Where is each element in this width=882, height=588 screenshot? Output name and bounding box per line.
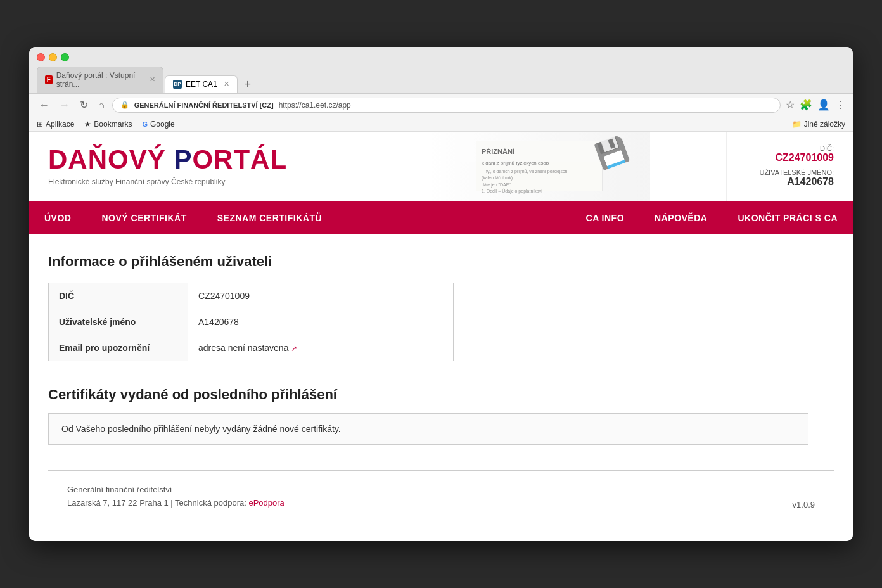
logo-text-part3: ORTÁL	[192, 144, 287, 174]
doc-line2: (kalendářní rok)	[482, 175, 597, 182]
maximize-button[interactable]	[61, 53, 69, 61]
bookmark-bookmarks[interactable]: ★ Bookmarks	[84, 120, 132, 129]
header-document-image: PŘIZNÁNÍ k dani z příjmů fyzických osob …	[428, 132, 650, 201]
nav-novy-certifikat[interactable]: NOVÝ CERTIFIKÁT	[86, 201, 201, 234]
user-dic-value: CZ24701009	[746, 152, 834, 163]
new-tab-button[interactable]: +	[239, 77, 257, 93]
doc-line3: dále jen "DAP"	[482, 182, 597, 189]
grid-icon: ⊞	[37, 120, 43, 129]
address-bar[interactable]: 🔒 GENERÁLNÍ FINANČNÍ ŘEDITELSTVÍ [CZ] ht…	[112, 98, 781, 113]
nav-spacer	[337, 201, 570, 234]
google-icon: G	[142, 120, 148, 128]
bookmark-google[interactable]: G Google	[142, 120, 174, 129]
menu-icon[interactable]: ⋮	[835, 99, 845, 111]
logo-text-part2: P	[174, 144, 192, 174]
document-decoration: PŘIZNÁNÍ k dani z příjmů fyzických osob …	[451, 137, 628, 195]
cert-notice: Od Vašeho posledního přihlášení nebyly v…	[48, 413, 808, 445]
folder-icon: 📁	[792, 120, 802, 129]
user-info-section-title: Informace o přihlášeném uživateli	[48, 253, 834, 270]
nav-seznam-certifikatu[interactable]: SEZNAM CERTIFIKÁTŮ	[202, 201, 337, 234]
user-name-label: Uživatelské jméno:	[746, 169, 834, 176]
main-content: Informace o přihlášeném uživateli DIČ CZ…	[29, 234, 853, 542]
extensions-icon[interactable]: 🧩	[800, 99, 812, 111]
address-org: GENERÁLNÍ FINANČNÍ ŘEDITELSTVÍ [CZ]	[134, 101, 274, 109]
table-row: Uživatelské jméno A1420678	[49, 309, 454, 335]
tab-close-eet[interactable]: ✕	[224, 80, 229, 88]
site-navigation: ÚVOD NOVÝ CERTIFIKÁT SEZNAM CERTIFIKÁTŮ …	[29, 201, 853, 234]
doc-line4: 1. Oddíl – Údaje o poplatníkovi	[482, 188, 597, 195]
nav-napoveda[interactable]: NÁPOVĚDA	[639, 201, 722, 234]
address-url: https://ca1.eet.cz/app	[279, 101, 351, 110]
user-dic-label: DIČ:	[746, 144, 834, 152]
logo-text-part1: DAŇOVÝ	[48, 144, 166, 174]
tab-eet-ca1[interactable]: DP EET CA1 ✕	[165, 75, 238, 93]
footer-version: v1.0.9	[793, 500, 815, 509]
footer-line2: Lazarská 7, 117 22 Praha 1 | Technická p…	[67, 497, 284, 510]
bookmark-aplikace[interactable]: ⊞ Aplikace	[37, 120, 74, 129]
bookmark-aplikace-label: Aplikace	[46, 120, 74, 129]
tab-danovy-portal[interactable]: F Daňový portál : Vstupní strán... ✕	[37, 67, 163, 93]
nav-ca-info[interactable]: CA INFO	[571, 201, 640, 234]
dic-label: DIČ	[49, 283, 188, 309]
tab-label-eet: EET CA1	[186, 80, 217, 89]
user-name-value: A1420678	[746, 176, 834, 188]
external-link-icon: ↗	[291, 344, 297, 353]
user-info-table: DIČ CZ24701009 Uživatelské jméno A142067…	[48, 283, 454, 361]
certs-section-title: Certifikáty vydané od posledního přihláš…	[48, 387, 834, 403]
browser-controls	[37, 53, 845, 61]
doc-line1: —fy., o daních z příjmů, ve znění pozděj…	[482, 169, 597, 176]
home-button[interactable]: ⌂	[96, 98, 107, 112]
email-cell: adresa není nastavena↗	[188, 335, 454, 361]
cert-notice-text: Od Vašeho posledního přihlášení nebyly v…	[61, 424, 341, 434]
bookmark-google-label: Google	[150, 120, 175, 129]
bookmarks-bar: ⊞ Aplikace ★ Bookmarks G Google 📁 Jiné z…	[29, 117, 853, 132]
user-account-icon[interactable]: 👤	[817, 99, 830, 111]
toolbar-icons: ☆ 🧩 👤 ⋮	[786, 99, 845, 111]
username-value: A1420678	[188, 309, 454, 335]
epodpora-link-label: ePodpora	[248, 498, 284, 508]
footer-line2-prefix: Lazarská 7, 117 22 Praha 1 | Technická p…	[67, 498, 248, 508]
table-row: Email pro upozornění adresa není nastave…	[49, 335, 454, 361]
address-bar-area: ← → ↻ ⌂ 🔒 GENERÁLNÍ FINANČNÍ ŘEDITELSTVÍ…	[29, 94, 853, 117]
forward-button[interactable]: →	[57, 98, 72, 112]
email-value: adresa není nastavena	[198, 343, 288, 353]
minimize-button[interactable]	[49, 53, 57, 61]
back-button[interactable]: ←	[37, 98, 52, 112]
site-user-info: DIČ: CZ24701009 Uživatelské jméno: A1420…	[726, 132, 853, 201]
star-icon: ★	[84, 120, 91, 129]
site-footer: Generální finanční ředitelství Lazarská …	[48, 470, 834, 523]
site-header: DAŇOVÝ PORTÁL Elektronické služby Finanč…	[29, 132, 853, 201]
browser-window: F Daňový portál : Vstupní strán... ✕ DP …	[29, 47, 853, 542]
page-content: DAŇOVÝ PORTÁL Elektronické služby Finanč…	[29, 132, 853, 542]
tab-close-danovy[interactable]: ✕	[150, 75, 155, 84]
bookmark-bookmarks-label: Bookmarks	[94, 120, 132, 129]
tab-favicon-eet: DP	[173, 80, 182, 89]
epodpora-link[interactable]: ePodpora	[248, 498, 284, 508]
tab-label-danovy: Daňový portál : Vstupní strán...	[56, 71, 143, 89]
bookmarks-other-label: Jiné záložky	[804, 120, 845, 129]
nav-ukoncit[interactable]: UKONČIT PRÁCI S CA	[722, 201, 853, 234]
doc-subtitle: k dani z příjmů fyzických osob	[482, 160, 597, 167]
browser-tabs: F Daňový portál : Vstupní strán... ✕ DP …	[37, 67, 845, 93]
nav-uvod[interactable]: ÚVOD	[29, 201, 86, 234]
secure-icon: 🔒	[120, 101, 129, 109]
doc-title: PŘIZNÁNÍ	[482, 146, 597, 157]
bookmark-star-icon[interactable]: ☆	[786, 99, 795, 111]
document-paper: PŘIZNÁNÍ k dani z příjmů fyzických osob …	[476, 141, 603, 191]
username-label: Uživatelské jméno	[49, 309, 188, 335]
footer-left: Generální finanční ředitelství Lazarská …	[67, 483, 284, 510]
reload-button[interactable]: ↻	[77, 98, 91, 112]
table-row: DIČ CZ24701009	[49, 283, 454, 309]
footer-line1: Generální finanční ředitelství	[67, 483, 284, 497]
bookmarks-other[interactable]: 📁 Jiné záložky	[792, 120, 845, 129]
email-edit-link[interactable]: ↗	[288, 343, 297, 353]
dic-value: CZ24701009	[188, 283, 454, 309]
close-button[interactable]	[37, 53, 45, 61]
email-label: Email pro upozornění	[49, 335, 188, 361]
browser-titlebar: F Daňový portál : Vstupní strán... ✕ DP …	[29, 47, 853, 94]
tab-favicon-danovy: F	[45, 75, 53, 84]
